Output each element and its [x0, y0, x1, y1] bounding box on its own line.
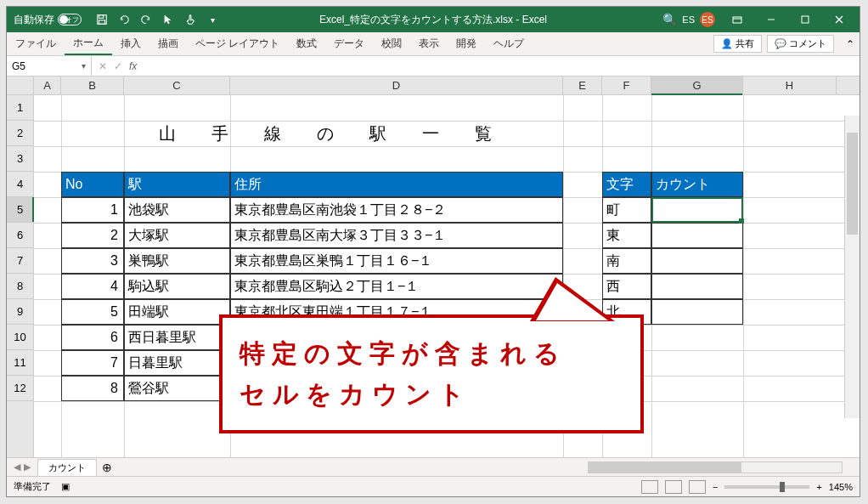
table-cell[interactable]: 巣鴨駅 [124, 248, 230, 274]
table-cell[interactable]: 東京都豊島区駒込２丁目１−１ [230, 274, 563, 299]
share-button[interactable]: 👤共有 [713, 35, 762, 53]
tab-view[interactable]: 表示 [410, 32, 448, 55]
touch-icon[interactable] [180, 9, 200, 30]
qat-dropdown-icon[interactable]: ▾ [202, 9, 223, 30]
main-header-no[interactable]: No [61, 172, 124, 197]
table-cell[interactable]: 池袋駅 [124, 197, 230, 223]
row-12[interactable]: 12 [7, 376, 33, 401]
fx-icon[interactable]: fx [129, 60, 137, 72]
tab-home[interactable]: ホーム [65, 32, 112, 55]
count-cell[interactable] [651, 197, 743, 223]
col-H[interactable]: H [743, 76, 837, 94]
cursor-icon[interactable] [158, 9, 178, 30]
col-F[interactable]: F [602, 76, 651, 94]
redo-icon[interactable] [136, 9, 156, 30]
view-pagelayout-icon[interactable] [665, 480, 682, 494]
search-icon[interactable]: 🔍 [662, 13, 677, 26]
save-icon[interactable] [92, 9, 112, 30]
tab-help[interactable]: ヘルプ [485, 32, 533, 55]
maximize-icon[interactable] [788, 7, 822, 32]
count-cell[interactable] [651, 274, 743, 299]
col-D[interactable]: D [230, 76, 563, 94]
tab-developer[interactable]: 開発 [448, 32, 485, 55]
row-3[interactable]: 3 [7, 146, 33, 172]
table-cell[interactable]: 田端駅 [124, 299, 230, 325]
macro-record-icon[interactable]: ▣ [61, 481, 70, 492]
count-header-char[interactable]: 文字 [602, 172, 651, 197]
horizontal-scrollbar[interactable] [588, 462, 843, 473]
table-cell[interactable]: 8 [61, 376, 124, 401]
count-cell[interactable] [651, 248, 743, 274]
table-cell[interactable]: 東京都豊島区南池袋１丁目２８−２ [230, 197, 563, 223]
vertical-scrollbar[interactable] [844, 116, 860, 418]
row-10[interactable]: 10 [7, 325, 33, 350]
row-6[interactable]: 6 [7, 223, 33, 248]
tab-formulas[interactable]: 数式 [288, 32, 325, 55]
comment-button[interactable]: 💬コメント [767, 35, 834, 53]
close-icon[interactable] [822, 7, 856, 32]
sheet-tab[interactable]: カウント [37, 459, 97, 476]
row-11[interactable]: 11 [7, 350, 33, 376]
table-cell[interactable]: 日暮里駅 [124, 350, 230, 376]
count-cell[interactable] [651, 299, 743, 325]
ribbon-collapse-icon[interactable]: ⌃ [841, 38, 860, 50]
table-cell[interactable]: 西日暮里駅 [124, 325, 230, 350]
undo-icon[interactable] [114, 9, 134, 30]
row-9[interactable]: 9 [7, 299, 33, 325]
row-7[interactable]: 7 [7, 248, 33, 274]
callout[interactable]: 特定の文字が含まれる セルをカウント [219, 314, 644, 433]
table-cell[interactable]: 6 [61, 325, 124, 350]
table-cell[interactable]: 大塚駅 [124, 223, 230, 248]
zoom-in-icon[interactable]: + [816, 482, 821, 492]
minimize-icon[interactable] [754, 7, 788, 32]
table-cell[interactable]: 2 [61, 223, 124, 248]
table-cell[interactable]: 7 [61, 350, 124, 376]
scroll-thumb[interactable] [847, 133, 858, 235]
col-C[interactable]: C [124, 76, 230, 94]
count-cell[interactable] [651, 223, 743, 248]
add-sheet-icon[interactable]: ⊕ [97, 461, 117, 474]
count-header-count[interactable]: カウント [651, 172, 743, 197]
tab-draw[interactable]: 描画 [149, 32, 187, 55]
sheet-title[interactable]: 山手線の駅一覧 [97, 121, 589, 146]
table-cell[interactable]: 駒込駅 [124, 274, 230, 299]
col-E[interactable]: E [563, 76, 602, 94]
row-4[interactable]: 4 [7, 172, 33, 197]
scroll-thumb[interactable] [589, 462, 741, 473]
tab-data[interactable]: データ [325, 32, 373, 55]
name-box[interactable]: G5 ▾ [7, 56, 92, 76]
table-cell[interactable]: 4 [61, 274, 124, 299]
sheet-prev-icon[interactable]: ◀ [14, 462, 20, 473]
cells[interactable]: 山手線の駅一覧 No 駅 住所 1 池袋駅 東京都豊島区南池袋１丁目２８−２ 2… [34, 95, 860, 457]
row-2[interactable]: 2 [7, 121, 33, 146]
tab-file[interactable]: ファイル [7, 32, 65, 55]
table-cell[interactable]: 1 [61, 197, 124, 223]
table-cell[interactable]: 3 [61, 248, 124, 274]
col-A[interactable]: A [34, 76, 61, 94]
count-cell[interactable]: 町 [602, 197, 651, 223]
table-cell[interactable]: 5 [61, 299, 124, 325]
count-cell[interactable]: 南 [602, 248, 651, 274]
zoom-slider[interactable] [724, 485, 809, 489]
name-box-dropdown-icon[interactable]: ▾ [82, 61, 86, 71]
formula-input[interactable] [144, 56, 860, 76]
row-1[interactable]: 1 [7, 95, 33, 121]
zoom-out-icon[interactable]: − [713, 482, 718, 492]
tab-pagelayout[interactable]: ページ レイアウト [187, 32, 288, 55]
row-8[interactable]: 8 [7, 274, 33, 299]
col-B[interactable]: B [61, 76, 124, 94]
zoom-level[interactable]: 145% [829, 482, 853, 492]
select-all-corner[interactable] [7, 76, 34, 94]
count-cell[interactable]: 東 [602, 223, 651, 248]
col-G[interactable]: G [651, 76, 743, 94]
ribbon-display-icon[interactable] [720, 7, 754, 32]
tab-insert[interactable]: 挿入 [112, 32, 149, 55]
table-cell[interactable]: 東京都豊島区巣鴨１丁目１６−１ [230, 248, 563, 274]
cancel-icon[interactable]: ✕ [99, 60, 107, 72]
toggle-switch[interactable]: オフ [58, 14, 82, 25]
autosave-toggle[interactable]: 自動保存 オフ [7, 13, 88, 27]
table-cell[interactable]: 東京都豊島区南大塚３丁目３３−１ [230, 223, 563, 248]
main-header-station[interactable]: 駅 [124, 172, 230, 197]
view-pagebreak-icon[interactable] [689, 480, 706, 494]
row-5[interactable]: 5 [7, 197, 33, 223]
